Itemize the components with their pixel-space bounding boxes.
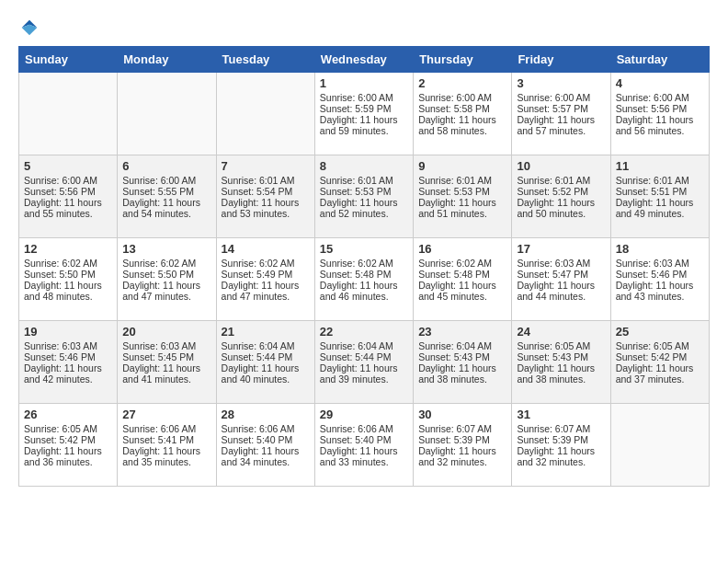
calendar-cell: 5Sunrise: 6:00 AMSunset: 5:56 PMDaylight… (19, 155, 118, 238)
calendar-cell: 26Sunrise: 6:05 AMSunset: 5:42 PMDayligh… (19, 404, 118, 487)
calendar-week-row: 5Sunrise: 6:00 AMSunset: 5:56 PMDaylight… (19, 155, 710, 238)
day-number: 19 (24, 325, 112, 339)
calendar-cell: 31Sunrise: 6:07 AMSunset: 5:39 PMDayligh… (512, 404, 610, 487)
sunrise-text: Sunrise: 6:03 AM (616, 258, 704, 269)
daylight-text: Daylight: 11 hours and 57 minutes. (517, 114, 605, 136)
day-number: 4 (616, 76, 704, 90)
sunrise-text: Sunrise: 6:02 AM (24, 258, 112, 269)
weekday-header-friday: Friday (512, 47, 610, 73)
day-number: 7 (222, 159, 310, 173)
calendar-cell (19, 73, 118, 155)
sunset-text: Sunset: 5:42 PM (24, 434, 112, 445)
day-number: 30 (418, 408, 506, 421)
sunset-text: Sunset: 5:50 PM (24, 269, 112, 280)
sunrise-text: Sunrise: 6:05 AM (616, 340, 704, 351)
day-number: 2 (418, 76, 506, 90)
daylight-text: Daylight: 11 hours and 32 minutes. (418, 445, 506, 467)
sunset-text: Sunset: 5:43 PM (517, 351, 605, 362)
sunset-text: Sunset: 5:48 PM (320, 269, 408, 280)
day-number: 24 (517, 325, 605, 339)
day-number: 9 (418, 159, 506, 173)
daylight-text: Daylight: 11 hours and 53 minutes. (222, 197, 310, 219)
calendar-cell: 18Sunrise: 6:03 AMSunset: 5:46 PMDayligh… (610, 238, 709, 321)
sunrise-text: Sunrise: 6:04 AM (418, 340, 506, 351)
calendar-cell: 12Sunrise: 6:02 AMSunset: 5:50 PMDayligh… (19, 238, 118, 321)
daylight-text: Daylight: 11 hours and 40 minutes. (222, 362, 310, 385)
calendar-cell: 1Sunrise: 6:00 AMSunset: 5:59 PMDaylight… (314, 73, 413, 155)
calendar-cell: 14Sunrise: 6:02 AMSunset: 5:49 PMDayligh… (216, 238, 314, 321)
weekday-header-saturday: Saturday (610, 47, 709, 73)
sunset-text: Sunset: 5:42 PM (616, 351, 704, 362)
calendar-week-row: 1Sunrise: 6:00 AMSunset: 5:59 PMDaylight… (19, 73, 710, 155)
sunset-text: Sunset: 5:59 PM (320, 103, 408, 114)
calendar-week-row: 12Sunrise: 6:02 AMSunset: 5:50 PMDayligh… (19, 238, 710, 321)
sunrise-text: Sunrise: 6:07 AM (517, 423, 605, 434)
weekday-header-monday: Monday (118, 47, 216, 73)
sunset-text: Sunset: 5:53 PM (418, 186, 506, 197)
day-number: 18 (616, 242, 704, 256)
sunset-text: Sunset: 5:41 PM (122, 434, 210, 445)
daylight-text: Daylight: 11 hours and 49 minutes. (616, 197, 704, 219)
day-number: 13 (122, 242, 210, 256)
daylight-text: Daylight: 11 hours and 39 minutes. (320, 362, 408, 385)
daylight-text: Daylight: 11 hours and 51 minutes. (418, 197, 506, 219)
calendar-header-row: SundayMondayTuesdayWednesdayThursdayFrid… (19, 47, 710, 73)
sunrise-text: Sunrise: 6:00 AM (320, 92, 408, 103)
sunset-text: Sunset: 5:39 PM (418, 434, 506, 445)
sunrise-text: Sunrise: 6:06 AM (222, 423, 310, 434)
sunrise-text: Sunrise: 6:03 AM (24, 340, 112, 351)
sunset-text: Sunset: 5:46 PM (24, 351, 112, 362)
sunrise-text: Sunrise: 6:00 AM (122, 175, 210, 186)
day-number: 26 (24, 408, 112, 421)
sunrise-text: Sunrise: 6:00 AM (418, 92, 506, 103)
calendar-cell: 17Sunrise: 6:03 AMSunset: 5:47 PMDayligh… (512, 238, 610, 321)
sunrise-text: Sunrise: 6:02 AM (222, 258, 310, 269)
calendar-cell: 20Sunrise: 6:03 AMSunset: 5:45 PMDayligh… (118, 321, 216, 404)
day-number: 29 (320, 408, 408, 421)
sunset-text: Sunset: 5:50 PM (122, 269, 210, 280)
calendar-cell: 8Sunrise: 6:01 AMSunset: 5:53 PMDaylight… (314, 155, 413, 238)
daylight-text: Daylight: 11 hours and 56 minutes. (616, 114, 704, 136)
daylight-text: Daylight: 11 hours and 58 minutes. (418, 114, 506, 136)
weekday-header-thursday: Thursday (414, 47, 512, 73)
calendar-cell: 6Sunrise: 6:00 AMSunset: 5:55 PMDaylight… (118, 155, 216, 238)
sunrise-text: Sunrise: 6:01 AM (517, 175, 605, 186)
sunrise-text: Sunrise: 6:02 AM (418, 258, 506, 269)
sunset-text: Sunset: 5:51 PM (616, 186, 704, 197)
day-number: 21 (222, 325, 310, 339)
daylight-text: Daylight: 11 hours and 47 minutes. (222, 280, 310, 302)
sunrise-text: Sunrise: 6:06 AM (320, 423, 408, 434)
sunrise-text: Sunrise: 6:01 AM (418, 175, 506, 186)
daylight-text: Daylight: 11 hours and 32 minutes. (517, 445, 605, 467)
calendar-cell: 19Sunrise: 6:03 AMSunset: 5:46 PMDayligh… (19, 321, 118, 404)
day-number: 17 (517, 242, 605, 256)
sunrise-text: Sunrise: 6:06 AM (122, 423, 210, 434)
sunrise-text: Sunrise: 6:04 AM (222, 340, 310, 351)
calendar-cell: 25Sunrise: 6:05 AMSunset: 5:42 PMDayligh… (610, 321, 709, 404)
calendar-cell: 13Sunrise: 6:02 AMSunset: 5:50 PMDayligh… (118, 238, 216, 321)
calendar-cell (118, 73, 216, 155)
daylight-text: Daylight: 11 hours and 34 minutes. (222, 445, 310, 467)
daylight-text: Daylight: 11 hours and 45 minutes. (418, 280, 506, 302)
calendar-cell: 23Sunrise: 6:04 AMSunset: 5:43 PMDayligh… (414, 321, 512, 404)
daylight-text: Daylight: 11 hours and 48 minutes. (24, 280, 112, 302)
sunset-text: Sunset: 5:52 PM (517, 186, 605, 197)
calendar-cell: 16Sunrise: 6:02 AMSunset: 5:48 PMDayligh… (414, 238, 512, 321)
sunrise-text: Sunrise: 6:05 AM (24, 423, 112, 434)
sunset-text: Sunset: 5:55 PM (122, 186, 210, 197)
sunset-text: Sunset: 5:40 PM (320, 434, 408, 445)
day-number: 28 (222, 408, 310, 421)
sunrise-text: Sunrise: 6:02 AM (122, 258, 210, 269)
calendar-cell (216, 73, 314, 155)
day-number: 25 (616, 325, 704, 339)
calendar-week-row: 19Sunrise: 6:03 AMSunset: 5:46 PMDayligh… (19, 321, 710, 404)
daylight-text: Daylight: 11 hours and 42 minutes. (24, 362, 112, 385)
weekday-header-tuesday: Tuesday (216, 47, 314, 73)
sunset-text: Sunset: 5:57 PM (517, 103, 605, 114)
daylight-text: Daylight: 11 hours and 36 minutes. (24, 445, 112, 467)
day-number: 23 (418, 325, 506, 339)
sunrise-text: Sunrise: 6:02 AM (320, 258, 408, 269)
sunset-text: Sunset: 5:53 PM (320, 186, 408, 197)
calendar-cell: 30Sunrise: 6:07 AMSunset: 5:39 PMDayligh… (414, 404, 512, 487)
calendar-cell: 3Sunrise: 6:00 AMSunset: 5:57 PMDaylight… (512, 73, 610, 155)
